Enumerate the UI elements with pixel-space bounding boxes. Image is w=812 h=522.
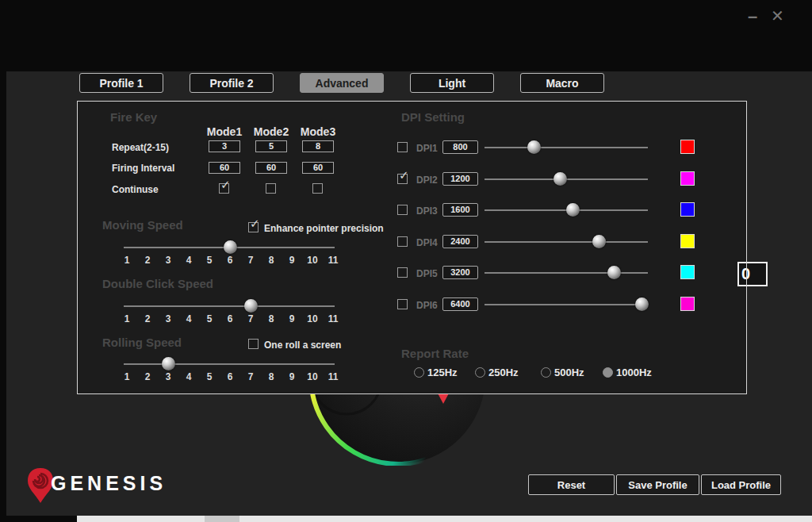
dpi-enable-checkbox[interactable] — [397, 267, 408, 278]
dpi-value-input[interactable]: 1200 — [442, 172, 478, 186]
rolling-speed-scale-number: 6 — [221, 371, 239, 382]
tab-advanced[interactable]: Advanced — [300, 73, 384, 93]
dpi-value-input[interactable]: 800 — [442, 140, 478, 154]
current-dpi-value: 00 — [737, 263, 753, 285]
dpi-slider-track[interactable] — [485, 304, 648, 305]
mode-header: Mode1 — [202, 125, 247, 138]
rolling-speed-scale-number: 11 — [324, 371, 342, 382]
dpi-enable-checkbox[interactable] — [397, 142, 408, 152]
dpi-enable-checkbox[interactable]: ✓ — [397, 174, 408, 184]
one-roll-a-screen-label: One roll a screen — [264, 340, 341, 351]
continuse-checkbox[interactable] — [266, 183, 276, 194]
dpi-color-swatch[interactable] — [680, 202, 695, 217]
dpi-slider-track[interactable] — [485, 147, 648, 148]
report-rate-label: 125Hz — [427, 367, 458, 378]
dpi-label: DPI3 — [416, 205, 438, 217]
repeat-input[interactable]: 3 — [209, 140, 240, 152]
moving-speed-scale-number: 4 — [180, 255, 197, 266]
double-click-speed-scale-number: 4 — [180, 313, 197, 324]
dpi-row: DPI42400 — [395, 228, 704, 256]
dpi-label: DPI1 — [416, 143, 438, 154]
dpi-label: DPI2 — [416, 175, 438, 186]
rolling-speed-scale-number: 3 — [159, 371, 177, 382]
rolling-speed-slider: 1234567891011 — [124, 357, 338, 387]
enhance-pointer-precision-checkbox[interactable]: ✓ — [248, 222, 259, 232]
dpi-color-swatch[interactable] — [680, 265, 695, 279]
dpi-slider-knob[interactable] — [635, 297, 649, 311]
rolling-speed-track[interactable] — [124, 363, 335, 365]
dpi-color-swatch[interactable] — [680, 140, 695, 154]
moving-speed-slider: 1234567891011 — [124, 240, 338, 271]
report-rate-radio-1000hz[interactable] — [603, 367, 613, 378]
rolling-speed-title: Rolling Speed — [102, 336, 182, 349]
load-profile-button[interactable]: Load Profile — [701, 474, 781, 495]
report-rate-radio-250hz[interactable] — [475, 367, 485, 378]
moving-speed-knob[interactable] — [224, 240, 237, 254]
tab-macro[interactable]: Macro — [520, 73, 604, 93]
rolling-speed-scale-number: 8 — [262, 371, 280, 382]
current-dpi-indicator: 00 — [737, 262, 768, 286]
rolling-speed-knob[interactable] — [162, 357, 175, 370]
dpi-row: DPI53200 — [395, 259, 704, 287]
firing-interval-input[interactable]: 60 — [209, 162, 240, 174]
mode-header: Mode2 — [249, 125, 293, 138]
dpi-value-input[interactable]: 3200 — [442, 266, 478, 279]
double-click-speed-scale-number: 5 — [201, 313, 218, 324]
dpi-enable-checkbox[interactable] — [397, 299, 408, 309]
continuse-checkbox[interactable] — [312, 183, 323, 194]
tab-light[interactable]: Light — [410, 73, 494, 93]
panel-edge-line — [746, 262, 747, 286]
dpi-color-swatch[interactable] — [680, 234, 695, 248]
double-click-speed-slider: 1234567891011 — [124, 299, 338, 329]
double-click-speed-knob[interactable] — [244, 299, 258, 313]
tab-profile-2[interactable]: Profile 2 — [190, 73, 274, 93]
report-rate-radio-125hz[interactable] — [414, 367, 424, 378]
dpi-color-swatch[interactable] — [680, 297, 695, 311]
dpi-value-input[interactable]: 1600 — [442, 203, 478, 217]
tab-profile-1[interactable]: Profile 1 — [79, 73, 163, 93]
rolling-speed-scale-number: 2 — [139, 371, 156, 382]
double-click-speed-scale-number: 3 — [159, 313, 177, 324]
save-profile-button[interactable]: Save Profile — [616, 474, 699, 495]
dpi-row: DPI31600 — [395, 196, 704, 225]
rolling-speed-scale-number: 10 — [304, 371, 321, 382]
dpi-slider-track[interactable] — [485, 272, 648, 274]
dpi-value-input[interactable]: 6400 — [442, 297, 478, 311]
rolling-speed-scale-number: 5 — [201, 371, 218, 382]
mode-header: Mode3 — [296, 125, 340, 138]
dpi-value-input[interactable]: 2400 — [442, 235, 478, 248]
rolling-speed-scale-number: 4 — [180, 371, 197, 382]
double-click-speed-scale-number: 8 — [262, 313, 280, 324]
repeat-input[interactable]: 8 — [302, 140, 334, 152]
firing-interval-input[interactable]: 60 — [255, 162, 287, 174]
firing-interval-input[interactable]: 60 — [302, 162, 334, 174]
dpi-slider-knob[interactable] — [553, 172, 567, 186]
moving-speed-scale-number: 2 — [139, 255, 156, 266]
dpi-slider-knob[interactable] — [607, 266, 621, 279]
dpi-slider-knob[interactable] — [566, 203, 580, 217]
moving-speed-scale-number: 11 — [324, 255, 342, 266]
check-icon: ✓ — [220, 178, 231, 192]
dpi-rows: DPI1800✓DPI21200DPI31600DPI42400DPI53200… — [395, 102, 704, 328]
dpi-slider-knob[interactable] — [527, 140, 541, 154]
rolling-speed-scale-number: 9 — [283, 371, 301, 382]
report-rate-label: 1000Hz — [616, 367, 652, 378]
dpi-slider-knob[interactable] — [592, 235, 606, 248]
dpi-enable-checkbox[interactable] — [397, 236, 408, 247]
double-click-speed-track[interactable] — [124, 305, 335, 307]
double-click-speed-title: Double Click Speed — [102, 277, 213, 290]
minimize-button[interactable]: – — [748, 6, 757, 27]
dpi-color-swatch[interactable] — [680, 171, 695, 186]
repeat-input[interactable]: 5 — [255, 140, 287, 152]
close-button[interactable]: ✕ — [771, 6, 784, 25]
moving-speed-scale-number: 7 — [242, 255, 259, 266]
dpi-enable-checkbox[interactable] — [397, 205, 408, 215]
dpi-slider-track[interactable] — [485, 241, 648, 243]
continuse-checkbox[interactable]: ✓ — [219, 183, 229, 194]
one-roll-a-screen-checkbox[interactable] — [248, 339, 259, 349]
report-rate-title: Report Rate — [401, 347, 469, 360]
report-rate-radio-500hz[interactable] — [541, 367, 551, 378]
reset-button[interactable]: Reset — [528, 474, 615, 495]
dpi-label: DPI5 — [416, 268, 438, 279]
report-rate-label: 250Hz — [488, 367, 519, 378]
